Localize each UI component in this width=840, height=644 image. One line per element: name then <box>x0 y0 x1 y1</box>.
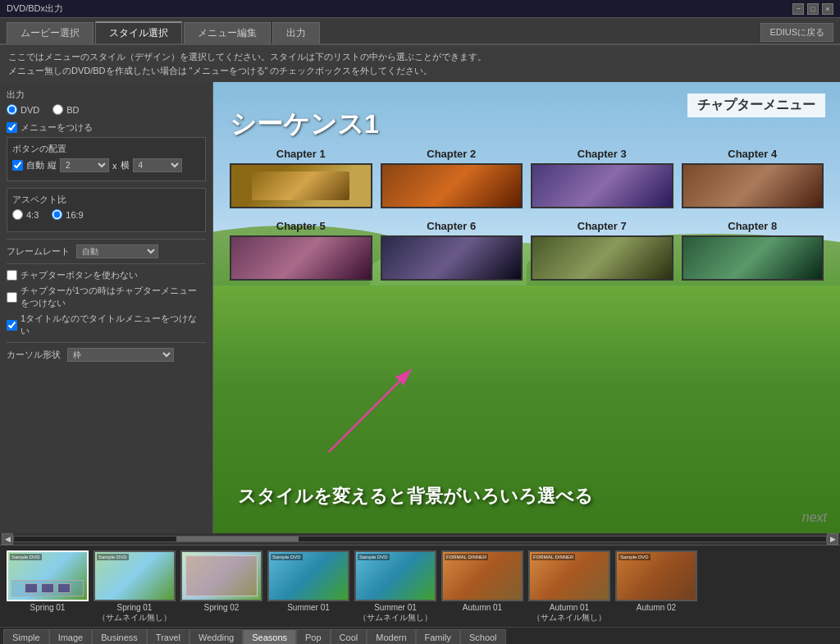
sequence-title: シーケンス1 <box>230 107 379 143</box>
thumb-summer-01-img[interactable]: Sample DVD <box>267 550 349 601</box>
style-tab-family[interactable]: Family <box>416 629 460 644</box>
thumb-summer-01-no-img[interactable]: Sample DVD <box>354 550 436 601</box>
framerate-row: フレームレート 自動 <box>7 244 206 258</box>
chapter-grid: Chapter 1 Chapter 2 <box>230 148 824 292</box>
thumbnail-strip: Sample DVD Spring 01 Sample DVD Spring 0… <box>0 546 840 628</box>
thumb-spring-01-img[interactable]: Sample DVD <box>7 550 89 601</box>
thumb-spring-01-label: Spring 01 <box>7 603 89 612</box>
chapter-row-2: Chapter 5 Chapter 6 Chapte <box>230 220 824 281</box>
cursor-row: カーソル形状 枠 <box>7 348 206 362</box>
thumb-summer-01-no[interactable]: Sample DVD Summer 01（サムネイル無し） <box>354 550 436 623</box>
tab-movie-select[interactable]: ムービー選択 <box>7 22 94 43</box>
chapter-3-thumb[interactable] <box>531 163 673 208</box>
output-label: 出力 <box>7 89 206 101</box>
scroll-right-arrow[interactable]: ▶ <box>827 533 838 545</box>
cursor-select[interactable]: 枠 <box>67 348 174 362</box>
style-tab-pop[interactable]: Pop <box>296 629 331 644</box>
chapter-2: Chapter 2 <box>381 148 523 208</box>
chapter-4: Chapter 4 <box>682 148 824 208</box>
scroll-track <box>13 536 827 542</box>
next-label: next <box>802 510 827 525</box>
bd-radio[interactable]: BD <box>52 104 79 115</box>
thumb-spring-01[interactable]: Sample DVD Spring 01 <box>7 550 89 612</box>
style-tab-simple[interactable]: Simple <box>3 629 49 644</box>
edi-return-button[interactable]: EDIUSに戻る <box>760 23 833 42</box>
aspect-43-radio[interactable]: 4:3 <box>12 209 39 220</box>
scroll-left-arrow[interactable]: ◀ <box>2 533 13 545</box>
chapter-row-1: Chapter 1 Chapter 2 <box>230 148 824 208</box>
chapter-5: Chapter 5 <box>230 220 372 281</box>
chapter-6: Chapter 6 <box>381 220 523 281</box>
chapter-1: Chapter 1 <box>230 148 372 208</box>
output-radio-group: DVD BD <box>7 104 206 115</box>
thumb-autumn-01-no-img[interactable]: FORMAL DINNER <box>528 550 610 601</box>
thumb-autumn-01-label: Autumn 01 <box>441 603 523 612</box>
thumb-autumn-02-label: Autumn 02 <box>615 603 697 612</box>
thumb-autumn-02[interactable]: Sample DVD Autumn 02 <box>615 550 697 612</box>
thumb-spring-02-img[interactable] <box>180 550 262 601</box>
style-tab-business[interactable]: Business <box>92 629 147 644</box>
chapter-6-thumb[interactable] <box>381 235 523 281</box>
aspect-radio-group: 4:3 16:9 <box>12 209 200 220</box>
thumb-inner-summer01-no: Sample DVD <box>358 554 390 560</box>
style-tab-wedding[interactable]: Wedding <box>189 629 243 644</box>
left-panel: 出力 DVD BD メニューをつける ボタンの配置 自動 縦 2 <box>0 82 213 533</box>
svg-line-1 <box>329 369 412 452</box>
thumb-autumn-01-img[interactable]: FORMAL DINNER <box>441 550 523 601</box>
tab-output[interactable]: 出力 <box>272 22 320 43</box>
chapter-no-menu-check[interactable]: チャプターが1つの時はチャプターメニューをつけない <box>7 285 206 309</box>
button-layout-section: ボタンの配置 自動 縦 2 x 横 4 <box>7 137 206 181</box>
aspect-169-radio[interactable]: 16:9 <box>52 209 83 220</box>
chapter-7-thumb[interactable] <box>531 235 673 281</box>
style-tab-school[interactable]: School <box>460 629 506 644</box>
close-button[interactable]: × <box>822 3 833 15</box>
aspect-section: アスペクト比 4:3 16:9 <box>7 188 206 232</box>
chapter-3: Chapter 3 <box>531 148 673 208</box>
thumb-spring-01-no-img[interactable]: Sample DVD <box>94 550 176 601</box>
menu-check[interactable]: メニューをつける <box>7 121 206 134</box>
annotation-text: スタイルを変えると背景がいろいろ選べる <box>238 484 593 509</box>
thumb-spring-01-no-label: Spring 01（サムネイル無し） <box>94 603 176 623</box>
style-tab-cool[interactable]: Cool <box>331 629 368 644</box>
style-tab-seasons[interactable]: Seasons <box>243 629 296 644</box>
style-tab-modern[interactable]: Modern <box>367 629 415 644</box>
minimize-button[interactable]: － <box>792 3 804 15</box>
scroll-thumb[interactable] <box>176 537 299 541</box>
thumb-spring-02[interactable]: Spring 02 <box>180 550 262 612</box>
thumb-summer-01-label: Summer 01 <box>267 603 349 612</box>
thumb-inner-spring01: Sample DVD <box>10 554 42 560</box>
thumb-inner-summer01: Sample DVD <box>271 554 303 560</box>
chapter-1-thumb[interactable] <box>230 163 372 208</box>
thumb-summer-01[interactable]: Sample DVD Summer 01 <box>267 550 349 612</box>
button-layout-controls: 自動 縦 2 x 横 4 <box>12 158 200 172</box>
style-tab-travel[interactable]: Travel <box>147 629 189 644</box>
chapter-2-thumb[interactable] <box>381 163 523 208</box>
thumb-autumn-01-no[interactable]: FORMAL DINNER Autumn 01（サムネイル無し） <box>528 550 610 623</box>
chapter-5-thumb[interactable] <box>230 235 372 281</box>
tate-select[interactable]: 2 <box>60 158 109 172</box>
window-title: DVD/BDx出力 <box>7 2 63 15</box>
thumb-spring-02-label: Spring 02 <box>180 603 262 612</box>
x-label: x <box>112 161 117 171</box>
main-layout: 出力 DVD BD メニューをつける ボタンの配置 自動 縦 2 <box>0 82 840 533</box>
tab-menu-edit[interactable]: メニュー編集 <box>184 22 271 43</box>
thumb-spring-01-no[interactable]: Sample DVD Spring 01（サムネイル無し） <box>94 550 176 623</box>
maximize-button[interactable]: □ <box>807 3 819 15</box>
title-no-menu-check[interactable]: 1タイトルなのでタイトルメニューをつけない <box>7 313 206 337</box>
yoko-select[interactable]: 4 <box>133 158 182 172</box>
chapter-no-btn-check[interactable]: チャプターボタンを使わない <box>7 269 206 281</box>
auto-checkbox[interactable] <box>12 160 23 171</box>
thumb-autumn-02-img[interactable]: Sample DVD <box>615 550 697 601</box>
window-controls: － □ × <box>792 3 833 15</box>
framerate-select[interactable]: 自動 <box>76 244 158 258</box>
style-tabs-bar: Simple Image Business Travel Wedding Sea… <box>0 627 840 644</box>
dvd-radio[interactable]: DVD <box>7 104 39 115</box>
thumb-inner-autumn01-no: FORMAL DINNER <box>532 554 575 560</box>
tab-style-select[interactable]: スタイル選択 <box>95 21 182 43</box>
thumb-autumn-01[interactable]: FORMAL DINNER Autumn 01 <box>441 550 523 612</box>
preview-area: チャプターメニュー シーケンス1 Chapter 1 <box>213 82 840 533</box>
style-tab-image[interactable]: Image <box>49 629 93 644</box>
title-bar: DVD/BDx出力 － □ × <box>0 0 840 18</box>
chapter-8-thumb[interactable] <box>682 235 824 281</box>
chapter-4-thumb[interactable] <box>682 163 824 208</box>
